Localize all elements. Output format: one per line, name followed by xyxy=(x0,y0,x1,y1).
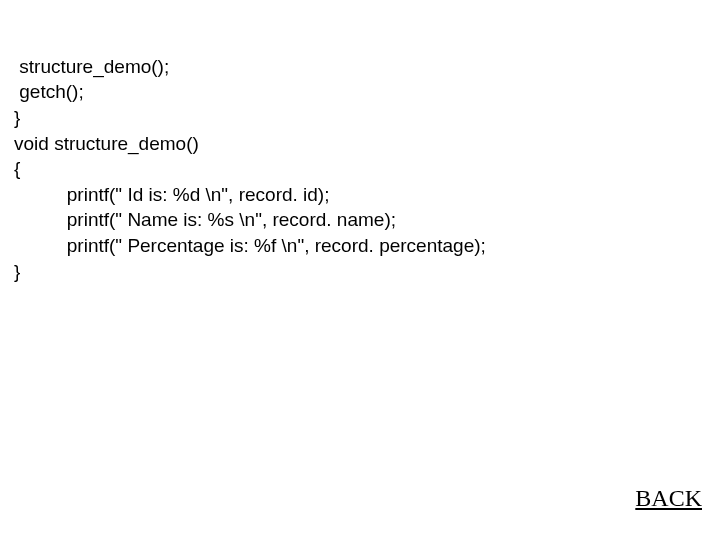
code-line: void structure_demo() xyxy=(14,133,199,154)
slide-page: structure_demo(); getch(); } void struct… xyxy=(0,0,720,540)
code-line: } xyxy=(14,107,20,128)
code-line: printf(" Id is: %d \n", record. id); xyxy=(14,184,329,205)
code-line: getch(); xyxy=(14,81,84,102)
code-line: } xyxy=(14,261,20,282)
back-link[interactable]: BACK xyxy=(635,485,702,512)
code-line: structure_demo(); xyxy=(14,56,169,77)
code-line: printf(" Name is: %s \n", record. name); xyxy=(14,209,396,230)
code-line: printf(" Percentage is: %f \n", record. … xyxy=(14,235,486,256)
code-line: { xyxy=(14,158,20,179)
code-block: structure_demo(); getch(); } void struct… xyxy=(14,28,486,310)
